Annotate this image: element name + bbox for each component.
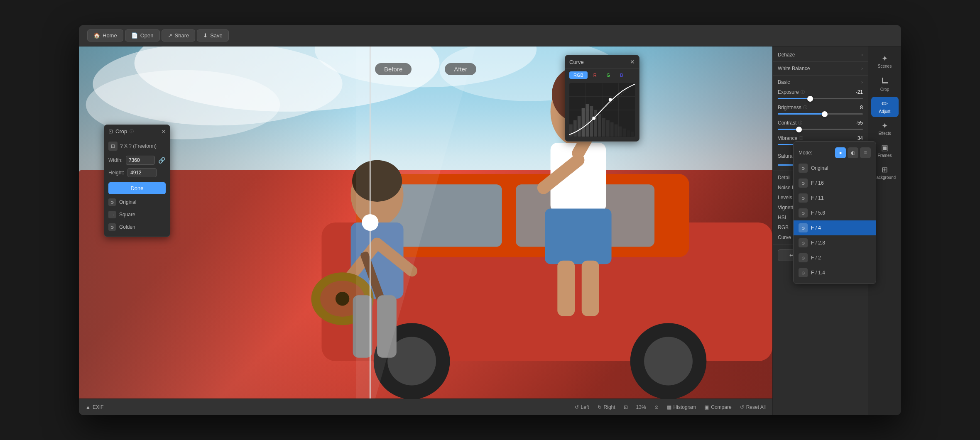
canvas-area: Before After Curve ✕ RGB R G B (79, 46, 772, 415)
svg-rect-58 (622, 128, 626, 137)
crop-height-row: Height: (104, 166, 170, 179)
svg-rect-46 (573, 120, 577, 137)
crop-ratio-row[interactable]: ⊡ ? X ? (Freeform) (104, 138, 170, 154)
svg-point-29 (336, 292, 349, 306)
curve-tab-rgb[interactable]: RGB (569, 71, 588, 79)
preset-original[interactable]: ⊙ Original (794, 161, 876, 176)
preset-f4[interactable]: ⊙ F / 4 (794, 220, 876, 235)
rotate-right-icon: ↻ (598, 404, 602, 410)
svg-rect-47 (578, 116, 581, 137)
adjust-panel-item[interactable]: ✏ Adjust (871, 97, 899, 117)
scenes-panel-item[interactable]: ✦ Scenes (871, 51, 899, 72)
zoom-circle-button[interactable]: ⊙ (654, 404, 659, 410)
vibrance-value: 34 (858, 135, 863, 141)
reset-icon: ↺ (740, 404, 744, 410)
svg-rect-60 (631, 132, 634, 137)
home-icon: 🏠 (93, 32, 100, 39)
histogram-icon: ▦ (667, 404, 671, 410)
crop-original-icon: ⊙ (108, 198, 116, 206)
share-button[interactable]: ↗ Share (162, 29, 196, 42)
open-button[interactable]: 📄 Open (125, 29, 160, 42)
exposure-row: Exposure ⓘ -21 (773, 87, 868, 97)
mode-circle-btn[interactable]: ● (835, 147, 846, 158)
save-button[interactable]: ⬇ Save (197, 29, 229, 42)
mode-panel: Mode: ● ◐ ≡ ⊙ Original ⊙ F / 16 ⊙ F / 11 (793, 141, 876, 284)
curve-tabs: RGB R G B (565, 69, 639, 81)
rotate-right-button[interactable]: ↻ Right (598, 404, 615, 410)
crop-title-icon: ⊡ (108, 128, 113, 134)
flip-button[interactable]: ⊡ (624, 404, 628, 410)
compare-button[interactable]: ▣ Compare (704, 404, 731, 410)
histogram-button[interactable]: ▦ Histogram (667, 404, 696, 410)
curve-tab-r[interactable]: R (589, 71, 601, 79)
basic-chevron: › (861, 79, 863, 85)
effects-icon: ✦ (882, 122, 888, 130)
app-window: 🏠 Home 📄 Open ↗ Share ⬇ Save (79, 25, 901, 415)
curve-tab-g[interactable]: G (603, 71, 615, 79)
crop-done-button[interactable]: Done (108, 182, 166, 194)
scenes-icon: ✦ (882, 55, 888, 62)
rotate-left-button[interactable]: ↺ Left (575, 404, 589, 410)
main-content: Before After Curve ✕ RGB R G B (79, 46, 901, 415)
effects-panel-item[interactable]: ✦ Effects (871, 119, 899, 139)
preset-f16-icon: ⊙ (799, 178, 808, 188)
mode-half-btn[interactable]: ◐ (848, 147, 858, 158)
crop-width-input[interactable] (126, 156, 155, 165)
dehaze-row[interactable]: Dehaze › (773, 50, 868, 60)
preset-f56[interactable]: ⊙ F / 5.6 (794, 205, 876, 220)
background-icon: ⊞ (882, 166, 888, 174)
mode-bars-btn[interactable]: ≡ (860, 147, 871, 158)
exif-icon: ▲ (86, 404, 91, 410)
curve-header: Curve ✕ (565, 55, 639, 69)
frames-icon: ▣ (881, 144, 888, 152)
crop-height-input[interactable] (127, 168, 157, 177)
curve-panel: Curve ✕ RGB R G B (565, 55, 639, 142)
svg-point-12 (644, 337, 693, 386)
share-icon: ↗ (168, 32, 172, 39)
svg-rect-16 (545, 209, 611, 264)
preset-f11-icon: ⊙ (799, 193, 808, 203)
svg-rect-19 (557, 261, 575, 316)
contrast-slider[interactable] (773, 128, 868, 133)
crop-square-option[interactable]: □ Square (104, 208, 170, 221)
compare-icon: ▣ (704, 404, 709, 410)
exposure-slider[interactable] (773, 97, 868, 103)
curve-canvas[interactable] (569, 83, 635, 137)
preset-f28[interactable]: ⊙ F / 2.8 (794, 235, 876, 250)
home-button[interactable]: 🏠 Home (87, 29, 123, 42)
svg-rect-20 (582, 261, 599, 316)
curve-tab-b[interactable]: B (616, 71, 627, 79)
crop-close-icon[interactable]: ✕ (162, 129, 166, 134)
crop-width-row: Width: 🔗 (104, 154, 170, 166)
svg-rect-55 (610, 122, 614, 137)
preset-f14[interactable]: ⊙ F / 1.4 (794, 265, 876, 280)
brightness-value: 8 (860, 105, 863, 110)
before-after-labels: Before After (79, 63, 772, 75)
basic-row[interactable]: Basic › (773, 77, 868, 87)
rotate-left-icon: ↺ (575, 404, 579, 410)
exif-button[interactable]: ▲ EXIF (86, 404, 104, 410)
reset-button[interactable]: ↺ Reset All (740, 404, 766, 410)
svg-rect-57 (619, 127, 622, 137)
crop-original-option[interactable]: ⊙ Original (104, 196, 170, 208)
svg-rect-50 (590, 106, 593, 137)
canvas-image[interactable]: Before After Curve ✕ RGB R G B (79, 46, 772, 398)
preset-f16[interactable]: ⊙ F / 16 (794, 176, 876, 191)
preset-f2[interactable]: ⊙ F / 2 (794, 250, 876, 265)
svg-rect-45 (569, 125, 573, 137)
curve-close-icon[interactable]: ✕ (630, 59, 635, 65)
preset-f11[interactable]: ⊙ F / 11 (794, 191, 876, 205)
crop-golden-option[interactable]: ⊙ Golden (104, 221, 170, 233)
crop-panel-item[interactable]: Crop (871, 73, 899, 95)
open-icon: 📄 (131, 32, 138, 39)
toolbar: 🏠 Home 📄 Open ↗ Share ⬇ Save (79, 25, 901, 46)
white-balance-row[interactable]: White Balance › (773, 64, 868, 73)
curve-title: Curve (569, 59, 584, 65)
preset-f2-icon: ⊙ (799, 253, 808, 262)
brightness-slider[interactable] (773, 112, 868, 118)
svg-rect-56 (615, 125, 618, 137)
crop-ratio-icon: ⊡ (108, 142, 118, 151)
crop-panel-header: ⊡ Crop ⓘ ✕ (104, 125, 170, 138)
svg-rect-52 (598, 114, 601, 137)
aspect-lock-icon[interactable]: 🔗 (158, 157, 165, 164)
